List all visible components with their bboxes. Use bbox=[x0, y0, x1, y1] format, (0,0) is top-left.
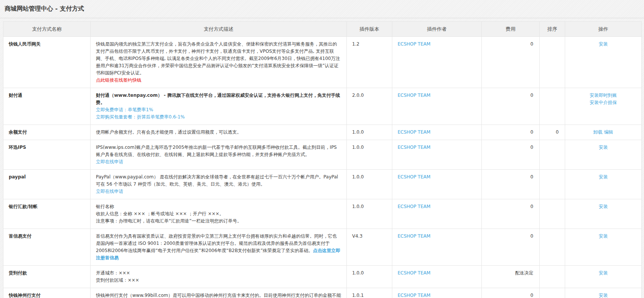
header-fee: 费用 bbox=[482, 22, 540, 37]
payment-desc-cell: 快钱神州行支付（www.99bill.com）是可以用中国移动的神州行充值卡来支… bbox=[91, 288, 347, 298]
sort-cell bbox=[540, 266, 565, 288]
header-sort: 排序 bbox=[540, 22, 565, 37]
payment-name-cell: 财付通 bbox=[3, 88, 91, 125]
desc-text: PayPal（www.paypal.com） 是在线付款解决方案的全球领导者，在… bbox=[96, 174, 338, 187]
payment-methods-table: 支付方式名称 支付方式描述 插件版本 插件作者 费用 排序 操作 快钱人民币网关… bbox=[3, 21, 642, 298]
operation-cell: 安装 bbox=[565, 288, 642, 298]
author-link[interactable]: ECSHOP TEAM bbox=[398, 129, 431, 135]
plugin-author-cell: ECSHOP TEAM bbox=[392, 229, 482, 266]
header-payment-name: 支付方式名称 bbox=[3, 22, 91, 37]
operation-link[interactable]: 安装 bbox=[599, 233, 608, 239]
desc-text: 货到付款区域：××× bbox=[96, 277, 341, 284]
operation-cell: 安装 bbox=[565, 140, 642, 170]
author-link[interactable]: ECSHOP TEAM bbox=[398, 93, 431, 98]
author-link[interactable]: ECSHOP TEAM bbox=[398, 174, 431, 180]
desc-link[interactable]: 立即购买包量套餐：折算后单笔费率0.6-1% bbox=[96, 114, 341, 121]
operation-link[interactable]: 安装即时到账 bbox=[570, 92, 636, 99]
sort-cell bbox=[540, 199, 565, 229]
payment-name-cell: 货到付款 bbox=[3, 266, 91, 288]
author-link[interactable]: ECSHOP TEAM bbox=[398, 270, 431, 276]
header-plugin-version: 插件版本 bbox=[347, 22, 392, 37]
operation-link[interactable]: 安装 bbox=[599, 204, 608, 209]
payment-desc-cell: 银行名称收款人信息：全称 ××× ；帐号或地址 ××× ；开户行 ×××。注意事… bbox=[91, 199, 347, 229]
sort-cell bbox=[540, 140, 565, 170]
fee-cell: 0 bbox=[482, 288, 540, 298]
plugin-version-cell: 2.0.0 bbox=[347, 88, 392, 125]
table-row: 首信易支付首信易支付作为具有国家资质认证、政府投资背景的中立第三方网上支付平台拥… bbox=[3, 229, 642, 266]
author-link[interactable]: ECSHOP TEAM bbox=[398, 41, 431, 47]
fee-cell: 0 bbox=[482, 88, 540, 125]
desc-text: 快钱是国内领先的独立第三方支付企业，旨在为各类企业及个人提供安全、便捷和保密的支… bbox=[96, 41, 340, 76]
sort-cell bbox=[540, 37, 565, 88]
payment-desc-cell: 财付通（www.tenpay.com） - 腾讯旗下在线支付平台，通过国家权威安… bbox=[91, 88, 347, 125]
plugin-version-cell: 1.0.0 bbox=[347, 140, 392, 170]
table-row: 快钱人民币网关快钱是国内领先的独立第三方支付企业，旨在为各类企业及个人提供安全、… bbox=[3, 37, 642, 88]
operation-cell: 卸载编辑 bbox=[565, 125, 642, 140]
plugin-version-cell: 1.0.0 bbox=[347, 125, 392, 140]
operation-cell: 安装 bbox=[565, 199, 642, 229]
operation-link[interactable]: 安装中介担保 bbox=[570, 99, 636, 106]
payment-desc-cell: 开通城市：×××货到付款区域：××× bbox=[91, 266, 347, 288]
operation-link[interactable]: 卸载 bbox=[594, 129, 603, 135]
author-link[interactable]: ECSHOP TEAM bbox=[398, 145, 431, 150]
payment-name-cell: 首信易支付 bbox=[3, 229, 91, 266]
plugin-version-cell: V4.3 bbox=[347, 229, 392, 266]
sort-cell bbox=[540, 229, 565, 266]
payment-desc-cell: 首信易支付作为具有国家资质认证、政府投资背景的中立第三方网上支付平台拥有雄厚的实… bbox=[91, 229, 347, 266]
fee-cell: 0 bbox=[482, 229, 540, 266]
fee-cell: 0 bbox=[482, 37, 540, 88]
plugin-version-cell: 1.0.0 bbox=[347, 266, 392, 288]
author-link[interactable]: ECSHOP TEAM bbox=[398, 293, 431, 298]
operation-cell: 安装 bbox=[565, 229, 642, 266]
table-row: 余额支付使用帐户余额支付。只有会员才能使用，通过设置信用额度，可以透支。1.0.… bbox=[3, 125, 642, 140]
operation-cell: 安装 bbox=[565, 37, 642, 88]
plugin-author-cell: ECSHOP TEAM bbox=[392, 88, 482, 125]
sort-cell: 0 bbox=[540, 125, 565, 140]
table-row: paypalPayPal（www.paypal.com） 是在线付款解决方案的全… bbox=[3, 170, 642, 199]
payment-name-cell: paypal bbox=[3, 170, 91, 199]
author-link[interactable]: ECSHOP TEAM bbox=[398, 204, 431, 209]
desc-text: 注意事项：办理电汇时，请在电汇单“汇款用途”一栏处注明您的订单号。 bbox=[96, 218, 341, 225]
desc-text: 银行名称 bbox=[96, 203, 341, 210]
plugin-author-cell: ECSHOP TEAM bbox=[392, 288, 482, 298]
plugin-version-cell: 1.0.0 bbox=[347, 170, 392, 199]
table-header: 支付方式名称 支付方式描述 插件版本 插件作者 费用 排序 操作 bbox=[3, 22, 642, 37]
desc-link[interactable]: 点此链接在线签约快钱 bbox=[96, 77, 341, 84]
table-header-row: 支付方式名称 支付方式描述 插件版本 插件作者 费用 排序 操作 bbox=[3, 22, 642, 37]
sort-cell bbox=[540, 88, 565, 125]
operation-cell: 安装 bbox=[565, 170, 642, 199]
operation-link[interactable]: 安装 bbox=[599, 41, 608, 47]
desc-link[interactable]: 立即免费申请：单笔费率1% bbox=[96, 106, 341, 114]
desc-link[interactable]: 立即在线申请 bbox=[96, 158, 341, 166]
table-row: 银行汇款/转帐银行名称收款人信息：全称 ××× ；帐号或地址 ××× ；开户行 … bbox=[3, 199, 642, 229]
desc-text-bold: 财付通（www.tenpay.com） - 腾讯旗下在线支付平台，通过国家权威安… bbox=[96, 92, 341, 106]
operation-cell: 安装即时到账安装中介担保 bbox=[565, 88, 642, 125]
operation-cell: 安装 bbox=[565, 266, 642, 288]
operation-link[interactable]: 编辑 bbox=[604, 129, 613, 135]
plugin-version-cell: 1.2 bbox=[347, 37, 392, 88]
payment-desc-cell: 使用帐户余额支付。只有会员才能使用，通过设置信用额度，可以透支。 bbox=[91, 125, 347, 140]
page-header: 商城网站管理中心 - 支付方式 bbox=[0, 0, 644, 18]
desc-link[interactable]: 立即在线申请 bbox=[96, 188, 341, 195]
plugin-author-cell: ECSHOP TEAM bbox=[392, 199, 482, 229]
table-row: 财付通财付通（www.tenpay.com） - 腾讯旗下在线支付平台，通过国家… bbox=[3, 88, 642, 125]
operation-link[interactable]: 安装 bbox=[599, 293, 608, 298]
plugin-author-cell: ECSHOP TEAM bbox=[392, 170, 482, 199]
fee-cell: 配送决定 bbox=[482, 266, 540, 288]
author-link[interactable]: ECSHOP TEAM bbox=[398, 233, 431, 239]
operation-link[interactable]: 安装 bbox=[599, 174, 608, 180]
payment-name-cell: 余额支付 bbox=[3, 125, 91, 140]
desc-text: 收款人信息：全称 ××× ；帐号或地址 ××× ；开户行 ×××。 bbox=[96, 210, 341, 218]
desc-text: 开通城市：××× bbox=[96, 270, 341, 277]
table-row: 环迅IPSIPS(www.ips.com)账户是上海环迅于2005年推出的新一代… bbox=[3, 140, 642, 170]
operation-link[interactable]: 安装 bbox=[599, 270, 608, 276]
sort-cell bbox=[540, 288, 565, 298]
payment-name-cell: 快钱人民币网关 bbox=[3, 37, 91, 88]
fee-cell: 0 bbox=[482, 140, 540, 170]
plugin-version-cell: 1.0.0 bbox=[347, 199, 392, 229]
operation-link[interactable]: 安装 bbox=[599, 145, 608, 150]
page-title: 商城网站管理中心 - 支付方式 bbox=[5, 5, 84, 13]
payment-name-cell: 银行汇款/转帐 bbox=[3, 199, 91, 229]
plugin-author-cell: ECSHOP TEAM bbox=[392, 266, 482, 288]
payment-name-cell: 快钱神州行支付 bbox=[3, 288, 91, 298]
